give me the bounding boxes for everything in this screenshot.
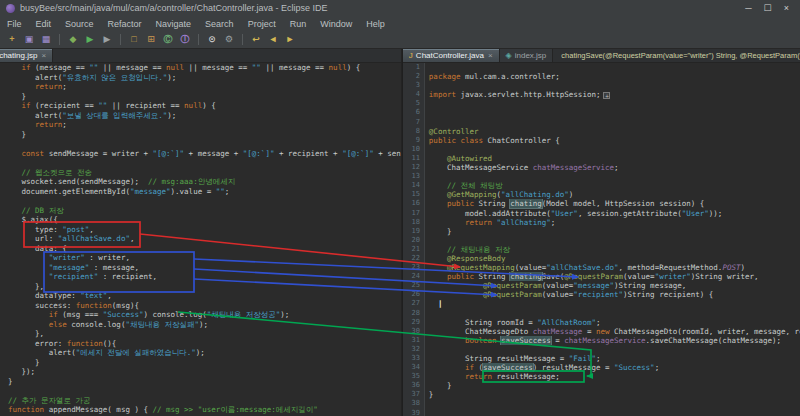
code-line[interactable]: if (msg === "Success") console.log("채팅내용… <box>0 310 401 320</box>
code-line[interactable] <box>0 196 401 206</box>
code-line[interactable]: document.getElementById("message").value… <box>0 187 401 197</box>
line-number[interactable]: 18 <box>403 218 425 227</box>
line-number[interactable]: 23 <box>403 263 425 272</box>
line-number[interactable]: 8 <box>403 127 425 136</box>
code-line[interactable]: 39 <box>403 409 800 416</box>
line-number[interactable]: 25 <box>403 281 425 290</box>
code-line[interactable]: type: "post", <box>0 225 401 235</box>
line-number[interactable]: 30 <box>403 327 425 336</box>
line-number[interactable]: 3 <box>403 81 425 90</box>
code-line[interactable]: 2package mul.cam.a.controller; <box>403 72 800 81</box>
code-line[interactable]: 18 return "allChating"; <box>403 218 800 227</box>
code-line[interactable]: 29 String roomId = "AllChatRoom"; <box>403 318 800 327</box>
line-number[interactable]: 21 <box>403 245 425 254</box>
new-class-icon[interactable]: Ⓒ <box>160 32 176 47</box>
code-line[interactable]: alert("보낼 상대를 입력해주세요."); <box>0 111 401 121</box>
tab-chatcontroller-java[interactable]: JChatController.java× <box>403 49 500 63</box>
line-number[interactable]: 1 <box>403 63 425 72</box>
line-number[interactable]: 37 <box>403 390 425 399</box>
code-line[interactable]: 12 ChatMessageService chatMessageService… <box>403 163 800 172</box>
code-line[interactable]: 24 public String chatingSave(@RequestPar… <box>403 272 800 281</box>
line-number[interactable]: 16 <box>403 199 425 208</box>
menu-search[interactable]: Search <box>198 19 241 29</box>
code-line[interactable]: }); <box>0 367 401 377</box>
titlebar[interactable]: busyBee/src/main/java/mul/cam/a/controll… <box>0 0 800 16</box>
menu-help[interactable]: Help <box>359 19 392 29</box>
code-line[interactable]: 13 <box>403 172 800 181</box>
code-line[interactable]: alert("유효하지 않은 요청입니다."); <box>0 73 401 83</box>
maximize-button[interactable]: ☐ <box>758 3 777 13</box>
tab-close-icon[interactable]: × <box>488 51 493 60</box>
line-number[interactable]: 20 <box>403 236 425 245</box>
line-number[interactable]: 7 <box>403 118 425 127</box>
code-line[interactable]: // 추가 문자열로 가공 <box>0 396 401 406</box>
code-line[interactable]: wsocket.send(sendMessage); // msg:aaa:안녕… <box>0 177 401 187</box>
code-line[interactable]: error: function(){ <box>0 339 401 349</box>
code-line[interactable]: const sendMessage = writer + "[@:`]" + m… <box>0 149 401 159</box>
line-number[interactable]: 24 <box>403 272 425 281</box>
code-line[interactable]: // DB 저장 <box>0 206 401 216</box>
code-line[interactable]: 17 model.addAttribute("User", session.ge… <box>403 209 800 218</box>
line-number[interactable]: 35 <box>403 372 425 381</box>
menu-source[interactable]: Source <box>58 19 101 29</box>
code-line[interactable]: success: function(msg){ <box>0 301 401 311</box>
code-line[interactable]: 14 // 전체 채팅방 <box>403 181 800 190</box>
code-line[interactable]: function appendMessage( msg ) { // msg >… <box>0 405 401 415</box>
tab-close-icon[interactable]: × <box>41 51 46 60</box>
code-line[interactable]: return; <box>0 120 401 130</box>
line-number[interactable]: 22 <box>403 254 425 263</box>
code-line[interactable]: 4import javax.servlet.http.HttpSession;+ <box>403 90 800 99</box>
menu-run[interactable]: Run <box>283 19 314 29</box>
forward-icon[interactable]: ► <box>282 32 298 47</box>
code-line[interactable]: $.ajax({ <box>0 215 401 225</box>
code-line[interactable]: 6 <box>403 108 800 117</box>
code-line[interactable]: if (message == "" || message == null || … <box>0 63 401 73</box>
code-line[interactable]: 37} <box>403 390 800 399</box>
code-line[interactable]: 8@Controller <box>403 127 800 136</box>
code-line[interactable]: 33 String resultMessage = "Fail"; <box>403 354 800 363</box>
menu-window[interactable]: Window <box>313 19 359 29</box>
code-line[interactable]: 30 ChatMessageDto chatMessage = new Chat… <box>403 327 800 336</box>
code-line[interactable] <box>0 158 401 168</box>
code-line[interactable]: "recipient" : recipient, <box>0 272 401 282</box>
code-line[interactable]: "writer" : writer, <box>0 253 401 263</box>
tab-index-jsp[interactable]: ◈index.jsp <box>500 49 554 63</box>
menu-edit[interactable]: Edit <box>29 19 59 29</box>
code-line[interactable]: data: { <box>0 244 401 254</box>
new-wizard-icon[interactable]: + <box>4 32 20 47</box>
line-number[interactable]: 32 <box>403 345 425 354</box>
code-line[interactable]: } <box>0 130 401 140</box>
line-number[interactable]: 12 <box>403 163 425 172</box>
line-number[interactable]: 4 <box>403 90 425 99</box>
code-line[interactable]: 16 public String chating(Model model, Ht… <box>403 199 800 208</box>
code-line[interactable]: 36 } <box>403 381 800 390</box>
line-number[interactable]: 14 <box>403 181 425 190</box>
save-all-icon[interactable]: ▦ <box>38 32 54 47</box>
code-line[interactable]: // 웹소켓으로 전송 <box>0 168 401 178</box>
line-number[interactable]: 29 <box>403 318 425 327</box>
code-line[interactable]: 26 @RequestParam(value="recipient")Strin… <box>403 290 800 299</box>
code-line[interactable]: } <box>0 377 401 387</box>
line-number[interactable]: 15 <box>403 190 425 199</box>
code-line[interactable]: 19 } <box>403 227 800 236</box>
code-line[interactable]: else console.log("채팅내용 저장실패"); <box>0 320 401 330</box>
line-number[interactable]: 17 <box>403 209 425 218</box>
code-line[interactable]: 31 boolean saveSuccess = chatMessageServ… <box>403 336 800 345</box>
code-line[interactable]: 5 <box>403 99 800 108</box>
line-number[interactable]: 26 <box>403 290 425 299</box>
debug-icon[interactable]: ◆ <box>65 32 81 47</box>
code-line[interactable]: "message" : message, <box>0 263 401 273</box>
menu-project[interactable]: Project <box>241 19 283 29</box>
line-number[interactable]: 11 <box>403 154 425 163</box>
code-line[interactable]: } <box>0 358 401 368</box>
close-button[interactable]: × <box>777 3 796 13</box>
code-line[interactable]: 32 <box>403 345 800 354</box>
new-interface-icon[interactable]: Ⓘ <box>177 32 193 47</box>
left-editor-code[interactable]: if (message == "" || message == null || … <box>0 63 401 416</box>
minimize-button[interactable]: ─ <box>739 3 758 13</box>
code-line[interactable]: if (recipient == "" || recipient == null… <box>0 101 401 111</box>
code-line[interactable]: 7 <box>403 118 800 127</box>
code-line[interactable]: }, <box>0 329 401 339</box>
code-line[interactable]: 1 <box>403 63 800 72</box>
save-icon[interactable]: ▣ <box>21 32 37 47</box>
